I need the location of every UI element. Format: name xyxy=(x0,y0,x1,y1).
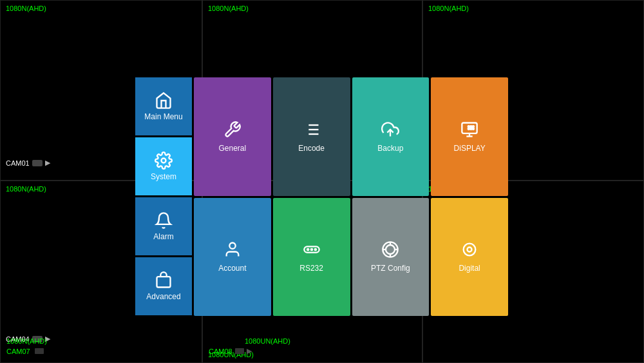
sidebar-main-menu-label: Main Menu xyxy=(144,112,182,121)
menu-grid: General Encode Backup xyxy=(194,77,508,316)
menu-rs232-label: RS232 xyxy=(299,264,323,273)
sidebar: Main Menu System Alarm Advanced xyxy=(135,77,192,316)
cam8-id: CAM08 ▶ xyxy=(209,347,252,355)
svg-point-14 xyxy=(473,128,474,129)
svg-point-0 xyxy=(162,159,166,163)
svg-point-22 xyxy=(314,249,316,250)
svg-point-21 xyxy=(310,249,312,250)
svg-point-15 xyxy=(470,126,471,127)
cam4-resolution: 1080N(AHD) xyxy=(6,185,46,193)
home-icon xyxy=(155,92,173,110)
cam1-id: CAM01 ▶ xyxy=(6,159,50,167)
cam8-resolution: 1080UN(AHD) xyxy=(245,337,290,345)
menu-encode-label: Encode xyxy=(298,144,325,153)
cam1-resolution: 1080N(AHD) xyxy=(6,5,46,12)
wrench-icon xyxy=(223,121,242,139)
sidebar-item-advanced[interactable]: Advanced xyxy=(135,257,192,315)
target-icon xyxy=(381,240,399,259)
svg-point-16 xyxy=(468,126,469,127)
menu-display-label: DiSPLAY xyxy=(454,144,486,153)
display-icon xyxy=(460,121,478,139)
menu-item-display[interactable]: DiSPLAY xyxy=(431,77,508,196)
menu-digital-label: Digital xyxy=(459,264,480,273)
sidebar-system-label: System xyxy=(151,172,176,181)
menu-backup-label: Backup xyxy=(377,144,403,153)
cam7-resolution: 1080N(AHD) xyxy=(6,337,47,345)
menu-item-rs232[interactable]: RS232 xyxy=(273,198,350,317)
upload-icon xyxy=(381,121,399,139)
menu-account-label: Account xyxy=(218,264,246,273)
menu-item-encode[interactable]: Encode xyxy=(273,77,350,196)
menu-item-account[interactable]: Account xyxy=(194,198,271,317)
digital-icon xyxy=(460,240,478,259)
svg-point-18 xyxy=(229,243,235,249)
sidebar-item-main-menu[interactable]: Main Menu xyxy=(135,77,192,135)
cam7-id: CAM07 xyxy=(6,348,44,355)
rs232-icon xyxy=(303,240,321,259)
list-icon xyxy=(303,121,321,139)
svg-point-17 xyxy=(468,128,469,129)
menu-item-digital[interactable]: Digital xyxy=(431,198,508,317)
cam2-resolution: 1080N(AHD) xyxy=(208,5,249,12)
svg-point-13 xyxy=(470,128,471,129)
sidebar-alarm-label: Alarm xyxy=(153,232,173,241)
svg-point-29 xyxy=(464,244,476,256)
menu-item-backup[interactable]: Backup xyxy=(352,77,430,196)
bell-icon xyxy=(155,211,173,230)
svg-point-30 xyxy=(468,248,472,252)
svg-point-24 xyxy=(386,245,395,254)
user-icon xyxy=(223,240,242,259)
menu-ptz-label: PTZ Config xyxy=(371,264,410,273)
svg-rect-1 xyxy=(157,277,171,287)
menu-overlay: Main Menu System Alarm Advanced xyxy=(135,77,509,316)
svg-point-12 xyxy=(473,126,474,127)
sidebar-item-system[interactable]: System xyxy=(135,137,192,195)
cam3-resolution: 1080N(AHD) xyxy=(428,5,469,12)
menu-general-label: General xyxy=(219,144,247,153)
gear-icon xyxy=(155,152,173,170)
bag-icon xyxy=(155,271,173,289)
menu-item-ptz-config[interactable]: PTZ Config xyxy=(352,198,430,317)
sidebar-advanced-label: Advanced xyxy=(146,292,180,301)
sidebar-item-alarm[interactable]: Alarm xyxy=(135,197,192,255)
menu-item-general[interactable]: General xyxy=(194,77,271,196)
svg-point-20 xyxy=(307,249,308,250)
